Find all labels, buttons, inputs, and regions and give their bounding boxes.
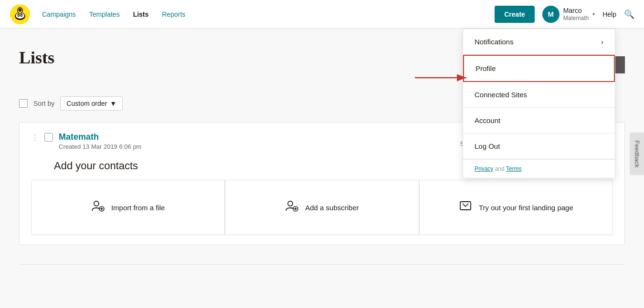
nav-reports[interactable]: Reports	[162, 10, 185, 18]
import-label: Import from a file	[111, 204, 165, 212]
bottom-divider	[19, 264, 625, 265]
user-menu-trigger[interactable]: M Marco Matemath ▾	[542, 6, 595, 23]
page-title: Lists	[19, 48, 54, 68]
contact-card-landing-page[interactable]: Try out your first landing page	[419, 180, 613, 235]
dropdown-item-notifications[interactable]: Notifications ›	[463, 29, 615, 55]
drag-handle-icon[interactable]: ⋮	[31, 133, 39, 142]
chevron-down-icon: ▾	[592, 11, 595, 17]
list-created: Created 13 Mar 2019 6:06 pm	[59, 143, 454, 150]
help-link[interactable]: Help	[602, 10, 616, 18]
import-icon	[91, 199, 105, 216]
list-name[interactable]: Matemath	[59, 132, 454, 142]
list-info: Matemath Created 13 Mar 2019 6:06 pm	[59, 132, 454, 150]
feedback-tab[interactable]: Feedback	[630, 133, 644, 175]
create-button[interactable]: Create	[495, 6, 535, 23]
user-name-block: Marco Matemath	[563, 7, 589, 21]
main-nav: Campaigns Templates Lists Reports	[42, 10, 495, 18]
svg-rect-20	[460, 202, 471, 210]
svg-point-6	[21, 14, 22, 15]
landing-page-label: Try out your first landing page	[479, 204, 573, 212]
user-dropdown-menu: Notifications › Profile Connected Sites …	[463, 29, 615, 178]
contact-card-add-subscriber[interactable]: Add a subscriber	[225, 180, 419, 235]
svg-point-16	[288, 201, 293, 206]
add-subscriber-label: Add a subscriber	[305, 204, 359, 212]
header-right: Create M Marco Matemath ▾ Help 🔍	[495, 6, 634, 23]
svg-point-9	[19, 8, 21, 11]
dropdown-item-logout[interactable]: Log Out	[463, 133, 615, 159]
dropdown-item-account[interactable]: Account	[463, 108, 615, 133]
chevron-right-icon: ›	[601, 38, 603, 46]
dropdown-item-profile[interactable]: Profile	[463, 55, 615, 82]
sort-by-label: Sort by	[33, 100, 54, 107]
landing-page-icon	[459, 199, 472, 216]
search-icon[interactable]: 🔍	[624, 9, 634, 20]
svg-point-5	[18, 14, 19, 15]
dropdown-footer: Privacy and Terms	[463, 159, 615, 178]
nav-lists[interactable]: Lists	[133, 10, 149, 18]
nav-templates[interactable]: Templates	[89, 10, 120, 18]
avatar: M	[542, 6, 560, 23]
sort-dropdown[interactable]: Custom order ▼	[60, 96, 123, 111]
dropdown-item-connected-sites[interactable]: Connected Sites	[463, 82, 615, 108]
red-arrow-indicator	[415, 71, 472, 87]
contact-cards: Import from a file Add a subscriber	[31, 180, 613, 235]
nav-campaigns[interactable]: Campaigns	[42, 10, 76, 18]
contact-card-import[interactable]: Import from a file	[31, 180, 225, 235]
add-subscriber-icon	[285, 199, 298, 216]
sort-dropdown-arrow-icon: ▼	[110, 100, 116, 107]
header: Campaigns Templates Lists Reports Create…	[0, 0, 644, 29]
terms-link[interactable]: Terms	[506, 165, 522, 172]
logo[interactable]	[10, 4, 31, 25]
list-item-checkbox[interactable]	[44, 133, 53, 142]
svg-point-12	[94, 201, 99, 206]
privacy-link[interactable]: Privacy	[475, 165, 493, 172]
select-all-checkbox[interactable]	[19, 99, 28, 108]
